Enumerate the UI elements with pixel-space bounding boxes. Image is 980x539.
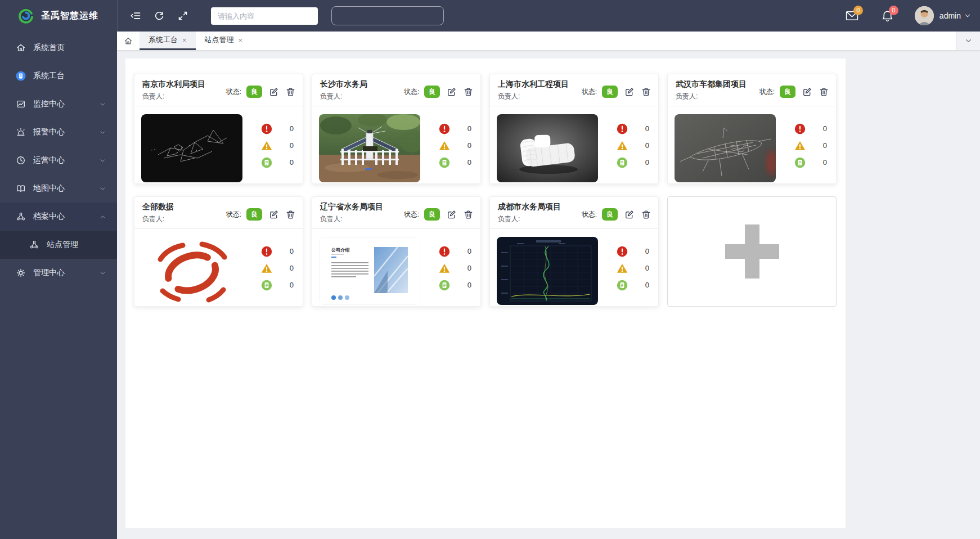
delete-icon[interactable]: [819, 87, 829, 97]
sidebar-item-label: 监控中心: [33, 99, 65, 109]
project-title: 武汉市车都集团项目: [676, 79, 747, 89]
error-count-icon: [261, 246, 272, 257]
sidebar-item-label: 地图中心: [33, 183, 65, 194]
report-count: 0: [290, 158, 294, 167]
error-count-icon: [439, 123, 450, 134]
delete-icon[interactable]: [285, 209, 296, 220]
home-icon: [124, 37, 133, 46]
chevron-down-icon: [100, 129, 106, 136]
edit-icon[interactable]: [446, 87, 457, 97]
owner-label: 负责人:: [142, 214, 174, 224]
edit-icon[interactable]: [446, 209, 457, 220]
sidebar-item-archive[interactable]: 档案中心: [0, 203, 117, 231]
header-right: 0 0 admin: [824, 6, 971, 25]
webpage-screenshot-image: 公司介绍: [319, 237, 420, 305]
project-title: 成都市水务局项目: [498, 202, 561, 212]
error-count: 0: [290, 124, 294, 133]
sidebar-item-alarm[interactable]: 报警中心: [0, 118, 117, 146]
project-thumbnail[interactable]: [319, 114, 420, 182]
project-card: 武汉市车都集团项目 负责人: 状态: 良: [667, 74, 837, 184]
edit-icon[interactable]: [624, 209, 635, 220]
warning-count: 0: [823, 141, 827, 150]
delete-icon[interactable]: [641, 87, 651, 97]
project-thumbnail[interactable]: [675, 114, 776, 182]
home-icon: [16, 43, 26, 53]
secondary-input[interactable]: [331, 6, 444, 25]
status-label: 状态:: [404, 87, 419, 97]
tab-label: 站点管理: [205, 35, 234, 45]
delete-icon[interactable]: [463, 87, 474, 97]
warning-count: 0: [290, 264, 294, 272]
chevron-up-icon: [100, 214, 106, 220]
messages-count-badge: 0: [853, 6, 863, 15]
tab-home-button[interactable]: [117, 32, 140, 50]
warning-count-icon: [439, 263, 450, 274]
edit-icon[interactable]: [268, 87, 279, 97]
tab-list-dropdown-button[interactable]: [956, 32, 980, 50]
add-site-card[interactable]: [667, 196, 837, 307]
sidebar-item-operations[interactable]: 运营中心: [0, 146, 117, 174]
collapse-sidebar-icon[interactable]: [130, 10, 141, 21]
warning-count: 0: [645, 141, 649, 150]
warning-count-icon: [617, 263, 628, 274]
brand-header: 圣禹智慧运维: [0, 0, 117, 32]
content-area: 南京市水利局项目 负责人: 状态: 良: [117, 50, 980, 539]
messages-button[interactable]: 0: [845, 9, 859, 23]
sidebar-item-home[interactable]: 系统首页: [0, 34, 117, 62]
owner-label: 负责人:: [320, 92, 367, 101]
owner-label: 负责人:: [498, 214, 561, 224]
report-count-icon: [617, 157, 628, 168]
project-thumbnail[interactable]: [141, 114, 242, 182]
chevron-down-icon: [964, 12, 971, 19]
sidebar-item-platform[interactable]: 系统工台: [0, 62, 117, 90]
report-count-icon: [439, 280, 450, 291]
close-tab-icon[interactable]: ×: [239, 37, 243, 44]
tab-site-management[interactable]: 站点管理 ×: [196, 32, 252, 50]
fullscreen-icon[interactable]: [177, 10, 188, 21]
project-thumbnail[interactable]: [497, 237, 598, 305]
status-badge: 良: [246, 86, 262, 98]
warning-count-icon: [794, 140, 806, 151]
status-badge: 良: [602, 208, 618, 221]
brand-title: 圣禹智慧运维: [41, 10, 98, 22]
error-count-icon: [794, 123, 806, 134]
sidebar-item-admin[interactable]: 管理中心: [0, 259, 117, 287]
sidebar-item-map[interactable]: 地图中心: [0, 174, 117, 203]
report-count-icon: [794, 157, 806, 168]
notifications-count-badge: 0: [889, 6, 898, 15]
sidebar-item-monitoring[interactable]: 监控中心: [0, 90, 117, 118]
report-count: 0: [645, 281, 649, 289]
chevron-down-icon: [100, 158, 106, 164]
gear-icon: [16, 268, 26, 278]
close-tab-icon[interactable]: ×: [182, 37, 187, 44]
error-count: 0: [290, 247, 294, 255]
delete-icon[interactable]: [463, 209, 474, 220]
red-ring-logo-image: [141, 237, 242, 305]
report-count-icon: [261, 280, 272, 291]
dark-chart-image: [497, 237, 598, 305]
delete-icon[interactable]: [285, 87, 296, 97]
error-count-icon: [439, 246, 450, 257]
tab-system-platform[interactable]: 系统工台 ×: [140, 32, 196, 50]
sidebar-menu: 系统首页 系统工台 监控中心 报警中心 运营中心: [0, 32, 117, 287]
edit-icon[interactable]: [624, 87, 635, 97]
report-count-icon: [617, 280, 628, 291]
edit-icon[interactable]: [268, 209, 279, 220]
user-menu[interactable]: admin: [915, 6, 971, 25]
sidebar-item-site-management[interactable]: 站点管理: [0, 231, 117, 259]
project-thumbnail[interactable]: 公司介绍: [319, 237, 420, 305]
error-count: 0: [645, 124, 649, 133]
clock-icon: [16, 155, 26, 165]
edit-icon[interactable]: [802, 87, 812, 97]
report-count: 0: [645, 158, 649, 167]
notifications-button[interactable]: 0: [880, 9, 894, 23]
project-thumbnail[interactable]: [497, 114, 598, 182]
refresh-icon[interactable]: [154, 10, 165, 21]
search-input[interactable]: [211, 7, 318, 25]
project-card: 辽宁省水务局项目 负责人: 状态: 良: [312, 196, 481, 307]
project-thumbnail[interactable]: [141, 237, 242, 305]
project-card: 成都市水务局项目 负责人: 状态: 良: [489, 196, 659, 307]
delete-icon[interactable]: [641, 209, 651, 220]
owner-label: 负责人:: [320, 214, 383, 224]
project-card: 南京市水利局项目 负责人: 状态: 良: [134, 74, 303, 184]
